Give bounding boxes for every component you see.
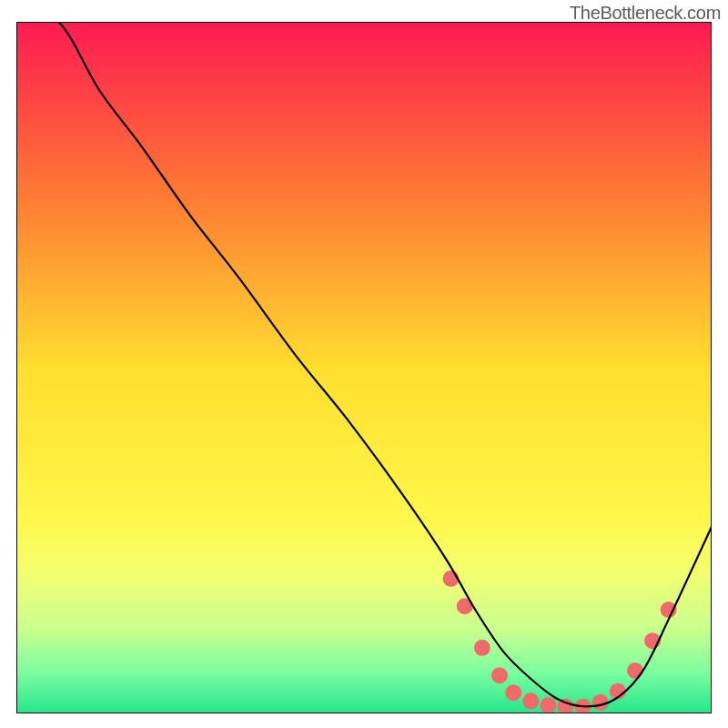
data-dot (474, 640, 490, 656)
gradient-background (16, 22, 712, 713)
data-dot (505, 684, 521, 701)
chart-svg (16, 22, 712, 713)
chart-stage: TheBottleneck.com (0, 0, 728, 728)
watermark-text: TheBottleneck.com (570, 3, 721, 24)
data-dot (522, 693, 539, 709)
data-dot (540, 697, 556, 713)
data-dot (592, 694, 609, 711)
data-dot (491, 667, 508, 683)
plot-area (16, 22, 712, 713)
data-dot (627, 662, 643, 679)
